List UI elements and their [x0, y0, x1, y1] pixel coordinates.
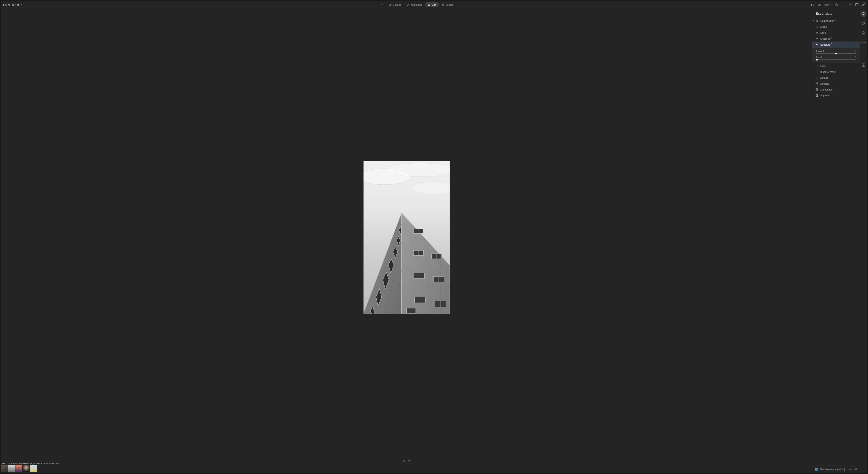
denoise-icon [815, 82, 818, 85]
tool-composition[interactable]: CompositionAI [812, 18, 860, 24]
sparkle-icon [815, 37, 818, 40]
favorite-button[interactable] [408, 459, 411, 463]
reject-button[interactable] [402, 459, 405, 463]
tool-denoise-label: Denoise [820, 82, 829, 85]
tool-erase[interactable]: Erase [812, 24, 860, 30]
boost-label: Boost [816, 56, 822, 59]
svg-rect-0 [811, 4, 812, 6]
eye-icon[interactable] [817, 3, 821, 6]
nav-templates[interactable]: Templates [404, 2, 425, 7]
rail-pro[interactable]: PRO [861, 40, 866, 45]
bw-icon [815, 71, 818, 73]
chevron-down-icon [830, 4, 832, 5]
template-info-button[interactable] [855, 468, 857, 471]
amount-value: 0 [855, 50, 856, 53]
filmstrip-thumb[interactable] [23, 465, 30, 472]
nav-edit[interactable]: Edit [425, 2, 439, 7]
svg-point-65 [863, 64, 864, 65]
tool-structure[interactable]: StructureAI [812, 41, 860, 47]
tool-landscape[interactable]: Landscape [812, 87, 860, 93]
rail-creative[interactable] [861, 21, 866, 26]
boost-slider-knob[interactable] [816, 59, 818, 61]
app-logo: LUMINARAI [3, 4, 23, 6]
app-name: LUMINAR [3, 4, 20, 6]
edit-panel: Essentials CompositionAI Erase Light Enh… [812, 9, 860, 473]
nav-catalog[interactable]: Catalog [386, 2, 404, 7]
rail-essentials[interactable] [861, 11, 866, 16]
tool-rail: PRO [860, 9, 867, 473]
window-minimize[interactable] [849, 3, 852, 6]
panel-title: Essentials [812, 9, 860, 18]
workspace: AUGUSTAS-MICKUS-WFFRS_QQ6W0-UNSPLASH.JPG… [1, 9, 867, 473]
plus-icon [380, 3, 383, 6]
photo-preview[interactable] [364, 161, 450, 314]
modified-dot-icon [813, 20, 814, 21]
canvas-area: AUGUSTAS-MICKUS-WFFRS_QQ6W0-UNSPLASH.JPG [1, 9, 812, 473]
wand-icon [407, 3, 410, 6]
tool-vignette-label: Vignette [820, 94, 829, 97]
structure-icon [815, 43, 818, 46]
tool-denoise[interactable]: Denoise [812, 81, 860, 87]
tool-details[interactable]: Details [812, 75, 860, 81]
svg-rect-49 [816, 82, 818, 84]
svg-point-7 [386, 163, 450, 177]
app-name-sup: AI [21, 3, 23, 5]
sliders-icon [428, 3, 431, 6]
compare-icon[interactable] [811, 3, 814, 6]
boost-value: 0 [855, 56, 856, 59]
zoom-value: 36% [825, 3, 829, 6]
tool-color[interactable]: Color [812, 63, 860, 69]
tool-bw-label: Black & White [820, 71, 836, 73]
ai-badge: AI [835, 19, 836, 21]
zoom-dropdown[interactable]: 36% [825, 3, 832, 6]
details-icon [815, 76, 818, 79]
svg-point-61 [862, 32, 865, 34]
template-swatch-icon [815, 468, 818, 471]
canvas-toolbar [402, 459, 411, 463]
nav-templates-label: Templates [411, 3, 422, 6]
template-footer: Template name (edited) ••• [812, 465, 860, 473]
rail-masking[interactable] [861, 62, 866, 68]
rail-portrait[interactable] [861, 30, 866, 36]
erase-icon [815, 25, 818, 28]
svg-point-60 [864, 23, 864, 23]
add-button[interactable] [378, 2, 386, 7]
top-bar: LUMINARAI Catalog Templates Edit Export [1, 1, 867, 9]
sun-icon [815, 31, 818, 34]
nav-edit-label: Edit [432, 3, 436, 6]
window-close[interactable] [862, 3, 865, 6]
rail-pro-label: PRO [861, 41, 866, 43]
ai-badge: AI [831, 37, 832, 39]
tool-details-label: Details [820, 76, 828, 79]
vignette-icon [815, 94, 818, 97]
amount-slider[interactable] [816, 53, 856, 54]
amount-slider-knob[interactable] [835, 53, 837, 55]
tool-bw[interactable]: Black & White [812, 69, 860, 75]
ai-badge: AI [831, 43, 833, 45]
filmstrip-thumb[interactable] [8, 465, 15, 472]
svg-point-55 [816, 95, 817, 96]
nav-export[interactable]: Export [439, 2, 456, 7]
filmstrip-thumb[interactable] [16, 465, 22, 472]
svg-rect-48 [816, 77, 818, 79]
tool-composition-label: Composition [820, 20, 834, 22]
svg-point-59 [863, 23, 864, 23]
svg-point-2 [819, 4, 820, 5]
nav-export-label: Export [446, 3, 453, 6]
window-maximize[interactable] [855, 3, 859, 6]
tool-light[interactable]: Light [812, 30, 860, 36]
svg-point-57 [863, 13, 864, 14]
tool-enhance-label: Enhance [820, 37, 830, 40]
tool-structure-body: Amount 0 Boost 0 [812, 47, 860, 63]
template-more-button[interactable]: ••• [849, 468, 852, 471]
help-icon[interactable] [835, 3, 838, 6]
filmstrip-thumb[interactable] [30, 465, 37, 472]
svg-rect-4 [856, 3, 858, 6]
filmstrip-thumb[interactable] [1, 465, 8, 472]
boost-slider[interactable] [816, 60, 856, 60]
svg-rect-1 [813, 4, 814, 6]
tool-enhance[interactable]: EnhanceAI [812, 36, 860, 42]
nav-catalog-label: Catalog [393, 3, 401, 6]
crop-icon [815, 19, 818, 22]
tool-vignette[interactable]: Vignette [812, 93, 860, 98]
